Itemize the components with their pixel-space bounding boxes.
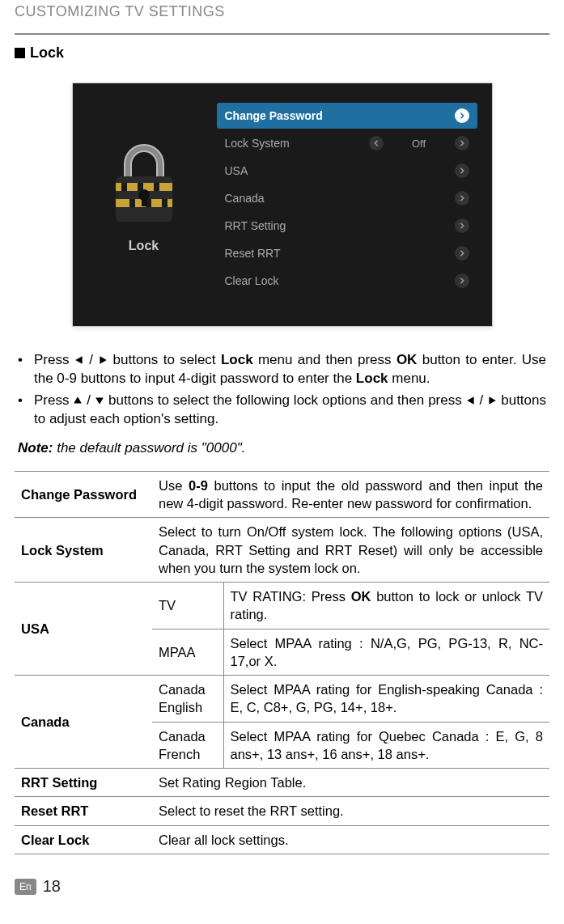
language-badge: En — [15, 879, 36, 895]
menu-item-change-password[interactable]: Change Password — [217, 103, 477, 129]
text: Press — [34, 392, 73, 408]
svg-rect-5 — [154, 183, 159, 191]
svg-marker-14 — [95, 397, 104, 404]
instruction-bullet: • Press / buttons to select the followin… — [18, 392, 546, 429]
chevron-right-icon — [455, 191, 469, 206]
chevron-left-icon[interactable] — [369, 136, 384, 150]
note-text: Note: the default password is "0000". — [18, 440, 546, 456]
chevron-right-icon — [455, 273, 469, 288]
option-value: Select MPAA rating for Quebec Canada : E… — [223, 722, 549, 769]
option-key: Change Password — [15, 471, 152, 518]
text: buttons to select — [113, 352, 221, 367]
text-bold: 0-9 — [189, 478, 208, 493]
table-row: Canada Canada English Select MPAA rating… — [15, 676, 549, 723]
lock-icon — [104, 140, 184, 232]
options-table: Change Password Use 0-9 buttons to input… — [15, 471, 549, 854]
option-key: Clear Lock — [15, 825, 152, 854]
svg-rect-8 — [162, 199, 168, 207]
instruction-bullet: • Press / buttons to select Lock menu an… — [18, 351, 546, 388]
svg-rect-10 — [142, 195, 146, 206]
text: TV RATING: Press — [231, 589, 351, 604]
triangle-down-icon — [95, 396, 104, 405]
svg-rect-3 — [121, 183, 127, 191]
chevron-right-icon — [455, 108, 469, 123]
svg-marker-12 — [100, 356, 107, 364]
option-subkey: TV — [152, 583, 223, 629]
menu-item-clear-lock[interactable]: Clear Lock — [217, 268, 477, 294]
menu-item-canada[interactable]: Canada — [217, 185, 477, 211]
svg-marker-11 — [75, 356, 82, 364]
note-label: Note: — [18, 440, 53, 456]
section-title: Lock — [15, 45, 549, 61]
text-bold: OK — [396, 352, 418, 367]
option-value: Select MPAA rating for English-speaking … — [223, 676, 549, 723]
lock-side-label: Lock — [129, 239, 159, 253]
option-value: Clear all lock settings. — [152, 825, 549, 854]
note-body: the default password is "0000". — [53, 440, 245, 456]
menu-item-label: RRT Setting — [225, 219, 455, 232]
table-row: RRT Setting Set Rating Region Table. — [15, 769, 549, 797]
menu-item-label: Lock System — [225, 137, 340, 150]
text-bold: OK — [351, 589, 371, 604]
option-subkey: Canada French — [152, 722, 223, 769]
text: buttons to select the following lock opt… — [108, 392, 466, 408]
svg-rect-6 — [129, 199, 135, 207]
table-row: Reset RRT Select to reset the RRT settin… — [15, 797, 549, 825]
option-subkey: Canada English — [152, 676, 223, 723]
text-bold: Lock — [221, 352, 253, 367]
menu-item-value: Off — [395, 138, 443, 150]
menu-item-label: Change Password — [225, 109, 455, 122]
svg-marker-13 — [74, 396, 83, 403]
chapter-title: CUSTOMIZING TV SETTINGS — [15, 0, 549, 25]
divider — [15, 33, 549, 35]
table-row: USA TV TV RATING: Press OK button to loc… — [15, 583, 549, 629]
text: menu. — [392, 371, 430, 386]
menu-item-rrt-setting[interactable]: RRT Setting — [217, 213, 477, 239]
option-key: Reset RRT — [15, 797, 152, 825]
menu-item-lock-system[interactable]: Lock System Off — [217, 130, 477, 156]
triangle-up-icon — [73, 396, 83, 405]
text-bold: Lock — [356, 371, 388, 386]
menu-item-label: Canada — [225, 192, 455, 205]
chevron-right-icon — [455, 163, 469, 178]
option-key: RRT Setting — [15, 769, 152, 797]
svg-marker-15 — [467, 396, 473, 405]
option-value: Select MPAA rating : N/A,G, PG, PG-13, R… — [223, 629, 549, 676]
table-row: Clear Lock Clear all lock settings. — [15, 825, 549, 854]
text: buttons to input the old password and th… — [159, 478, 543, 511]
menu-list: Change Password Lock System Off — [217, 100, 477, 294]
bullet-icon: • — [18, 392, 28, 429]
option-key: USA — [15, 583, 152, 676]
triangle-left-icon — [74, 355, 84, 365]
svg-rect-7 — [146, 199, 151, 207]
menu-screenshot: Lock Change Password Lock System — [72, 83, 493, 327]
option-value: Select to reset the RRT setting. — [152, 797, 549, 825]
section-title-text: Lock — [30, 45, 64, 61]
triangle-left-icon — [466, 396, 476, 405]
menu-item-label: Clear Lock — [225, 274, 455, 287]
triangle-right-icon — [98, 355, 108, 365]
menu-item-reset-rrt[interactable]: Reset RRT — [217, 240, 477, 266]
page-number: 18 — [43, 877, 61, 896]
menu-item-label: USA — [225, 164, 455, 177]
text: menu and then press — [258, 352, 396, 367]
option-subkey: MPAA — [152, 629, 223, 676]
section-bullet-icon — [15, 48, 25, 58]
chevron-right-icon[interactable] — [455, 136, 469, 150]
triangle-right-icon — [487, 396, 497, 405]
option-key: Canada — [15, 676, 152, 769]
svg-marker-16 — [490, 396, 496, 405]
bullet-icon: • — [18, 351, 28, 388]
option-value: Set Rating Region Table. — [152, 769, 549, 797]
page-footer: En 18 — [15, 877, 549, 907]
text: Use — [159, 478, 189, 493]
chevron-right-icon — [455, 246, 469, 261]
table-row: Lock System Select to turn On/Off system… — [15, 518, 549, 583]
text: Press — [34, 352, 74, 367]
menu-item-usa[interactable]: USA — [217, 158, 477, 184]
table-row: Change Password Use 0-9 buttons to input… — [15, 471, 549, 518]
option-value: Use 0-9 buttons to input the old passwor… — [152, 471, 549, 518]
chevron-right-icon — [455, 218, 469, 233]
option-value: TV RATING: Press OK button to lock or un… — [223, 583, 549, 629]
menu-item-label: Reset RRT — [225, 247, 455, 260]
